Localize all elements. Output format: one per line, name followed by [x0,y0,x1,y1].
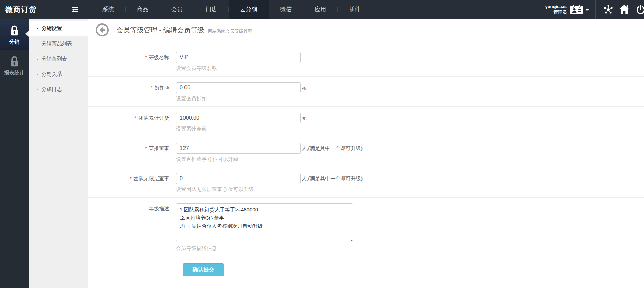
lock-icon [8,55,20,68]
topbar-menu-item-1[interactable]: 系统 [91,0,125,19]
topbar-menu-item-7[interactable]: 应用 [303,0,337,19]
field-hint: 设置会员等级名称 [176,65,302,72]
description-label: 等级描述 [149,206,169,211]
sidebar-module-label: 分销 [9,39,19,45]
field-label: *团队累计订货 [88,113,176,132]
bullet-icon: · [37,56,39,63]
member-level-form: *等级名称 设置会员等级名称 *折扣% % 设置会员折扣 *团队累计订货 [88,41,644,198]
field-cell: % 设置会员折扣 [176,82,306,102]
topbar-menu-item-2[interactable]: 商品 [126,0,160,19]
sidebar-submenu: · 分销设置 · 分销商品列表 · 分销商列表 · 分销关系 · 分成日志 [29,19,88,288]
back-button[interactable] [95,23,109,37]
page-title: 会员等级管理 - 编辑会员等级 [116,26,204,35]
topbar-menu-label: 会员 [171,6,183,13]
collapse-menu-icon[interactable] [69,0,81,19]
required-asterisk: * [151,85,153,90]
field-hint: 设置团队无限层董事 () 位可以升级 [176,186,363,193]
submenu-item[interactable]: · 分销商列表 [29,51,88,67]
field-hint: 设置累计金额 [176,126,307,132]
text-input[interactable] [176,52,301,63]
sidebar-module-label: 报表统计 [4,70,25,76]
field-label-text: 直推董事 [149,145,169,151]
sidebar-module[interactable]: 分销 [0,19,29,50]
field-hint: 会员等级描述信息 [176,245,353,252]
logout-button[interactable] [633,0,644,19]
text-input[interactable] [176,113,301,123]
home-icon [619,5,629,14]
field-label: 等级描述 [88,203,176,252]
form-row: *团队无限层董事 人,(满足其中一个即可升级) 设置团队无限层董事 () 位可以… [88,167,644,198]
user-name: yunqisaas [545,4,567,10]
input-suffix: 元 [302,115,307,123]
topbar-menu-item-8[interactable]: 插件 [338,0,372,19]
topbar-menu-label: 云分销 [240,6,257,13]
input-suffix: 人,(满足其中一个即可升级) [302,175,363,184]
topbar-menu-item-3[interactable]: 会员 [160,0,194,19]
text-input[interactable] [176,143,301,154]
topbar: 微商订货 系统 商品 会员 门店 云分销 微信 应用 插件 yunqisaas … [0,0,644,19]
topbar-menu-label: 门店 [206,6,217,13]
required-asterisk: * [130,175,132,181]
field-label-text: 等级名称 [149,54,169,60]
submenu-item[interactable]: · 分销设置 [29,21,88,36]
user-info[interactable]: yunqisaas 管理员 [545,4,567,15]
topbar-menu-label: 插件 [349,6,360,13]
topbar-menu-label: 应用 [315,6,326,13]
profile-card-button[interactable] [570,0,583,19]
form-row: *直推董事 人,(满足其中一个即可升级) 设置直推董事 () 位可以升级 [88,137,644,167]
required-asterisk: * [135,115,137,121]
topbar-menu-item-4[interactable]: 门店 [194,0,228,19]
content-header: 会员等级管理 - 编辑会员等级 网站系统会员等级管理 [88,19,644,41]
topbar-menu-item-6[interactable]: 微信 [269,0,303,19]
input-line [176,52,302,63]
user-role: 管理员 [545,10,567,15]
bullet-icon: · [37,71,39,78]
topbar-menu: 系统 商品 会员 门店 云分销 微信 应用 插件 [91,0,372,19]
hamburger-icon [71,6,79,13]
topbar-menu-label: 系统 [102,6,114,13]
input-line: 元 [176,113,307,123]
submit-button[interactable]: 确认提交 [183,263,224,276]
id-card-icon [570,4,583,15]
field-hint: 设置会员折扣 [176,96,306,102]
field-hint: 设置直推董事 () 位可以升级 [176,156,363,163]
sidebar-module[interactable]: 报表统计 [0,50,29,81]
text-input[interactable] [176,82,301,93]
form-row: *等级名称 设置会员等级名称 [88,41,644,77]
submenu-item[interactable]: · 分销商品列表 [29,36,88,51]
content-area: 会员等级管理 - 编辑会员等级 网站系统会员等级管理 *等级名称 设置会员等级名… [88,19,644,288]
input-line: % [176,82,306,93]
network-button[interactable] [601,0,615,19]
field-label: *折扣% [88,82,176,102]
submenu-item-label: 分销设置 [42,25,62,32]
home-button[interactable] [615,0,633,19]
chevron-down-icon [585,9,589,11]
required-asterisk: * [145,145,147,151]
submit-row: 确认提交 [88,256,644,276]
form-row-description: 等级描述 1.团队累积订货大于等于>=480000 ,2.直推培养3位董事 ,注… [88,198,644,256]
user-dropdown-button[interactable] [583,0,592,19]
bullet-icon: · [37,25,39,32]
submenu-item[interactable]: · 分销关系 [29,67,88,82]
field-cell: 人,(满足其中一个即可升级) 设置直推董事 () 位可以升级 [176,143,363,163]
form-row: *折扣% % 设置会员折扣 [88,77,644,107]
page-subtitle: 网站系统会员等级管理 [208,26,252,34]
bullet-icon: · [37,40,39,47]
topbar-divider [595,0,596,19]
topbar-menu-item-5[interactable]: 云分销 [229,0,269,19]
field-cell: 1.团队累积订货大于等于>=480000 ,2.直推培养3位董事 ,注：满足合伙… [176,203,353,252]
power-icon [636,5,644,14]
text-input[interactable] [176,173,301,184]
field-label-text: 团队累计订货 [139,115,169,121]
field-cell: 元 设置累计金额 [176,113,307,132]
required-asterisk: * [145,54,147,60]
field-cell: 人,(满足其中一个即可升级) 设置团队无限层董事 () 位可以升级 [176,173,363,193]
form-row: *团队累计订货 元 设置累计金额 [88,107,644,137]
input-suffix: 人,(满足其中一个即可升级) [302,145,363,154]
field-label: *等级名称 [88,52,176,72]
sidebar-icon-rail: 分销 报表统计 [0,19,29,288]
topbar-menu-label: 商品 [137,6,148,13]
description-textarea[interactable]: 1.团队累积订货大于等于>=480000 ,2.直推培养3位董事 ,注：满足合伙… [176,203,353,241]
submenu-item[interactable]: · 分成日志 [29,82,88,97]
field-label-text: 折扣% [155,85,169,90]
